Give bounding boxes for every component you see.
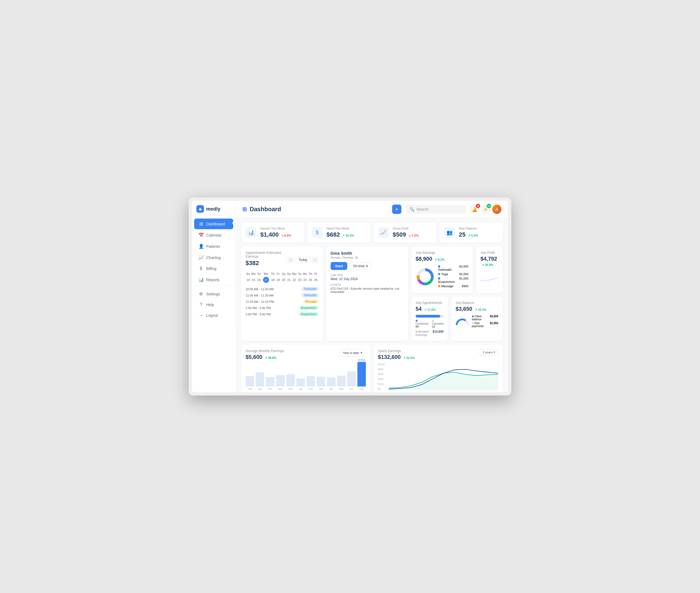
- patient-name: Gina Smith: [331, 251, 404, 255]
- appointment-tag[interactable]: Acupuncture: [299, 312, 319, 316]
- start-button[interactable]: Start: [331, 262, 347, 270]
- logo-area: ◆ medly: [192, 205, 236, 218]
- july-profit-change: ↗ 26.9%: [482, 263, 493, 266]
- period-dropdown[interactable]: Year to date ▾: [339, 349, 366, 356]
- earned-change: ↘ 8.8%: [281, 234, 291, 237]
- today-button[interactable]: Today: [295, 257, 311, 263]
- calendar-date[interactable]: 24: [302, 276, 308, 284]
- avatar[interactable]: A: [492, 205, 501, 214]
- sidebar-item-patients[interactable]: 👤 Patients: [194, 241, 233, 252]
- appointment-time: 2:00 PM - 3:00 PM: [246, 313, 271, 316]
- bar-wrap: Sep: [256, 368, 264, 390]
- list-item: 2:00 PM - 3:00 PM Acupuncture: [246, 311, 319, 317]
- earned-value: $1,400: [260, 231, 279, 238]
- profit-icon: 📈: [378, 227, 389, 238]
- bar-wrap: May: [337, 372, 345, 390]
- appointment-tag[interactable]: Telehealth: [301, 293, 319, 297]
- bar-wrap: Jun: [347, 368, 356, 390]
- last-visit-date: Wed, 12 July 2024: [331, 277, 404, 281]
- status-text: On time: [353, 264, 365, 268]
- july-profit-card: July Profit $4,792 ↗ 26.9%: [476, 246, 503, 293]
- sidebar-item-dashboard[interactable]: ⊞ Dashboard: [194, 219, 233, 229]
- collapse-button[interactable]: ‹: [233, 221, 237, 225]
- period-label: Year to date: [343, 351, 359, 354]
- appt-amount: $382: [246, 260, 287, 267]
- years-dropdown[interactable]: 2 years ▾: [480, 349, 498, 355]
- calendar-date[interactable]: 22: [292, 276, 297, 284]
- sidebar-item-help[interactable]: ? Help: [194, 300, 233, 310]
- sidebar-item-settings[interactable]: ⚙ Settings: [194, 288, 233, 299]
- cal-next-button[interactable]: ›: [312, 256, 319, 263]
- spent-value: $682: [327, 231, 340, 238]
- search-box[interactable]: 🔍 Search: [406, 205, 466, 213]
- logo-text: medly: [206, 206, 220, 212]
- bar: [357, 362, 366, 387]
- page-title: ⊞ Dashboard: [242, 206, 388, 213]
- bar-wrap: Oct: [266, 373, 274, 390]
- appt-title: Appointments Estimated Earnings: [246, 251, 287, 259]
- appointment-time: 10:00 AM - 11:00 AM: [246, 287, 274, 291]
- july-earnings-card: July Earnings $8,900 ↗ 8.2%: [411, 246, 473, 293]
- yearly-earnings-value: $132,600: [378, 354, 401, 360]
- estimated-label: Estimated Earnings: [416, 330, 433, 337]
- logout-icon: →: [199, 313, 203, 318]
- spent-change: ↗ 18.3%: [342, 234, 354, 237]
- help-icon: ?: [199, 302, 203, 307]
- appointment-time: 1:00 PM - 2:00 PM: [246, 306, 271, 310]
- bell-button[interactable]: 🔔 9: [470, 205, 479, 213]
- chevron-down-icon: ▾: [494, 350, 495, 354]
- donut-chart: [416, 267, 435, 286]
- calendar-date[interactable]: 16: [256, 276, 262, 284]
- bar-label: Jul: [360, 388, 363, 390]
- earned-label: Earned This Week: [260, 227, 300, 230]
- billing-icon: $: [199, 266, 203, 271]
- appointment-time: 11:00 AM - 11:30 AM: [246, 294, 274, 297]
- calendar-date[interactable]: 19: [276, 276, 281, 284]
- bar: [327, 378, 335, 387]
- sidebar-item-calendar[interactable]: 📅 Calendar: [194, 230, 233, 240]
- appointments-progress-bar: [416, 315, 444, 318]
- bar-label: Nov: [278, 388, 283, 390]
- search-icon: 🔍: [410, 207, 414, 211]
- calendar-date[interactable]: 21: [286, 276, 292, 284]
- profit-label: Gross Profit: [393, 227, 432, 230]
- cal-prev-button[interactable]: ‹: [287, 256, 294, 263]
- icd-label: CC/ICD: [331, 283, 404, 286]
- alert-button[interactable]: ⚡ 12: [481, 205, 490, 213]
- july-balance-title: July Balance: [456, 301, 498, 305]
- july-appt-title: July Appointments: [416, 301, 444, 305]
- bar-wrap: Jan: [296, 374, 305, 390]
- yearly-earnings-title: Yearly Earnings: [378, 349, 415, 353]
- sidebar-item-reports[interactable]: 📊 Reports: [194, 274, 233, 285]
- main-content: ⊞ Dashboard + 🔍 Search 🔔 9 ⚡ 12: [236, 201, 508, 392]
- calendar-date[interactable]: 23: [297, 276, 302, 284]
- july-appt-change: ↗ 17.6%: [424, 308, 436, 311]
- bar-wrap: $7900 Jul: [357, 359, 366, 390]
- calendar-date[interactable]: 25: [308, 276, 313, 284]
- appointment-tag[interactable]: Acupuncture: [299, 306, 319, 310]
- right-panels: July Earnings $8,900 ↗ 8.2%: [411, 246, 503, 341]
- legend-item: Acupuncture $1,550: [438, 277, 468, 283]
- calendar-date[interactable]: 14: [246, 276, 251, 284]
- stat-card-earned: 📊 Earned This Week $1,400 ↘ 8.8%: [241, 223, 304, 243]
- bar-wrap: Apr: [327, 373, 335, 390]
- calendar-date[interactable]: 20: [281, 276, 286, 284]
- status-dropdown[interactable]: On time ▾: [349, 262, 371, 270]
- bar-wrap: Dec: [286, 370, 295, 390]
- appointment-tag[interactable]: Massage: [303, 300, 319, 304]
- y-axis-label: $100K: [378, 363, 385, 366]
- sidebar-item-billing[interactable]: $ Billing: [194, 264, 233, 274]
- add-button[interactable]: +: [392, 205, 401, 214]
- estimated-value: $13,600: [433, 330, 444, 337]
- half-donut-chart: [456, 316, 469, 327]
- calendar-date[interactable]: 15: [251, 276, 256, 284]
- header: ⊞ Dashboard + 🔍 Search 🔔 9 ⚡ 12: [236, 201, 508, 218]
- sidebar-item-logout[interactable]: → Logout: [194, 310, 233, 321]
- calendar-date[interactable]: 26: [313, 276, 319, 284]
- bar-wrap: Nov: [276, 371, 285, 390]
- bar-label: Jan: [299, 388, 303, 390]
- sidebar-item-charting[interactable]: 📈 Charting: [194, 252, 233, 263]
- appointment-tag[interactable]: Telehealth: [301, 287, 319, 291]
- calendar-date[interactable]: 17: [262, 276, 270, 284]
- calendar-date[interactable]: 18: [270, 276, 276, 284]
